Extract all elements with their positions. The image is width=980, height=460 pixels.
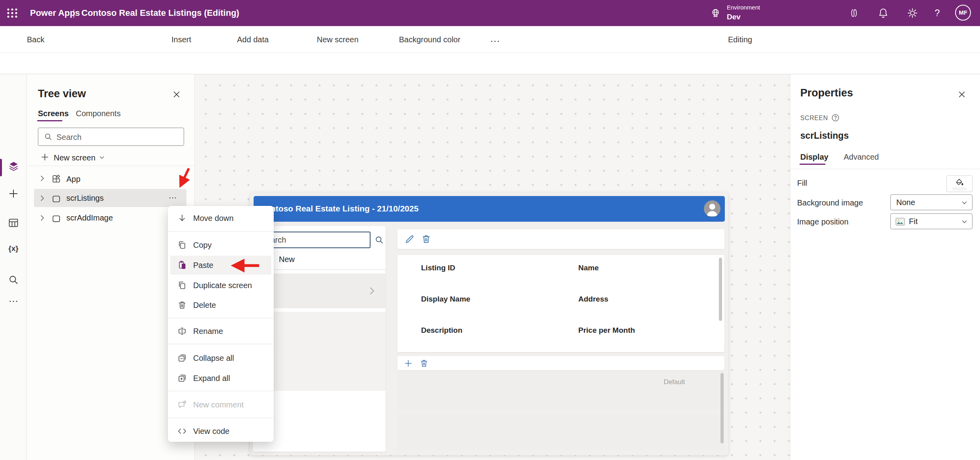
waffle-menu-icon[interactable] xyxy=(6,8,18,19)
app-form-toolbar xyxy=(397,229,724,249)
app-title: Contoso Real Estate Listings (Editing) xyxy=(81,0,239,26)
menu-item-expand-all[interactable]: Expand all xyxy=(168,369,274,388)
tab-display-underline xyxy=(799,164,826,165)
rename-icon xyxy=(177,326,187,336)
help-icon[interactable]: ? xyxy=(935,0,940,26)
menu-item-delete[interactable]: Delete xyxy=(168,296,274,315)
screen-node-icon xyxy=(51,214,61,224)
app-gallery-row[interactable] xyxy=(397,414,724,451)
editing-mode-label[interactable]: Editing xyxy=(728,26,752,53)
tab-advanced[interactable]: Advanced xyxy=(844,153,879,162)
tree-search-box[interactable] xyxy=(38,128,184,146)
app-gallery-trash-icon[interactable] xyxy=(419,359,429,368)
toolbar-more-button[interactable]: … xyxy=(490,26,500,51)
app-new-button[interactable]: New xyxy=(279,255,295,264)
notifications-bell-icon[interactable] xyxy=(878,8,889,19)
addimage-row-chevron-icon[interactable] xyxy=(40,215,44,221)
app-user-avatar-icon[interactable] xyxy=(704,200,720,217)
copilot-icon[interactable] xyxy=(848,8,860,19)
app-row-chevron-icon[interactable] xyxy=(40,175,44,181)
menu-item-collapse-all[interactable]: Collapse all xyxy=(168,349,274,368)
gallery-default-label: Default xyxy=(664,378,685,386)
new-comment-icon xyxy=(177,400,187,409)
add-data-button[interactable]: Add data xyxy=(237,26,269,53)
selected-screen-name: scrListings xyxy=(800,130,849,141)
background-image-dropdown[interactable]: None xyxy=(890,194,972,210)
properties-divider xyxy=(790,169,980,169)
avatar[interactable]: MF xyxy=(955,5,971,21)
properties-type-label: SCREEN xyxy=(800,115,828,122)
data-rail-icon[interactable] xyxy=(8,217,19,228)
background-image-label: Background image xyxy=(797,198,863,207)
app-gallery-toolbar xyxy=(397,356,724,370)
app-add-plus-icon[interactable] xyxy=(404,359,413,368)
menu-item-move-down[interactable]: Move down xyxy=(168,209,274,228)
background-color-button[interactable]: Background color xyxy=(399,26,461,53)
listings-row-chevron-icon[interactable] xyxy=(40,195,44,201)
search-rail-icon[interactable] xyxy=(8,274,19,285)
environment-label[interactable]: Environment xyxy=(727,4,760,11)
menu-item-rename[interactable]: Rename xyxy=(168,322,274,341)
more-rail-icon[interactable]: … xyxy=(0,292,27,305)
tree-item-app[interactable]: App xyxy=(66,175,81,184)
environment-name[interactable]: Dev xyxy=(727,13,741,21)
background-image-value: None xyxy=(896,198,915,207)
form-scrollbar[interactable] xyxy=(719,258,722,321)
menu-item-view-code[interactable]: View code xyxy=(168,422,274,441)
tab-screens[interactable]: Screens xyxy=(38,109,69,118)
image-position-thumbnail-icon xyxy=(895,218,905,226)
properties-close-icon[interactable] xyxy=(957,90,966,99)
app-list-item-chevron-icon[interactable] xyxy=(369,287,374,295)
tab-components[interactable]: Components xyxy=(76,109,120,118)
form-label: Name xyxy=(578,264,599,272)
tab-screens-underline xyxy=(37,120,62,121)
new-screen-button[interactable]: New screen xyxy=(317,26,359,53)
app-gallery-row[interactable]: Default xyxy=(397,372,724,409)
insert-button[interactable]: Insert xyxy=(171,26,191,53)
fill-current-swatch xyxy=(952,188,967,190)
title-divider: | xyxy=(73,0,75,26)
rail-active-indicator xyxy=(0,159,2,176)
paste-filled-icon xyxy=(177,260,187,270)
tree-new-screen-button[interactable]: New screen xyxy=(54,153,96,162)
tree-item-addimage[interactable]: scrAddImage xyxy=(66,213,113,222)
app-detail-form: Listing ID Name Display Name Address Des… xyxy=(397,255,724,352)
tree-view-close-icon[interactable] xyxy=(172,90,181,99)
delete-trash-icon xyxy=(177,300,187,310)
tree-view-rail-icon[interactable] xyxy=(8,160,19,172)
screen-help-icon[interactable] xyxy=(831,113,840,122)
menu-item-new-comment: New comment xyxy=(168,395,274,414)
view-code-icon xyxy=(177,426,187,436)
app-delete-trash-icon[interactable] xyxy=(421,234,431,244)
form-label: Display Name xyxy=(421,295,470,304)
app-search-box[interactable]: Search xyxy=(257,232,371,248)
tab-display[interactable]: Display xyxy=(800,153,828,162)
formula-bar: Fill = fx Color.White xyxy=(0,53,980,74)
environment-icon xyxy=(710,8,721,19)
variables-rail-icon[interactable]: {x} xyxy=(0,244,27,253)
copy-icon xyxy=(177,240,187,250)
fill-color-button[interactable] xyxy=(946,175,972,192)
menu-item-copy[interactable]: Copy xyxy=(168,236,274,255)
back-button[interactable]: Back xyxy=(27,26,44,53)
app-edit-pencil-icon[interactable] xyxy=(404,234,415,244)
app-screen-preview[interactable]: Contoso Real Estate Listing - 21/10/2025… xyxy=(250,192,728,455)
form-label: Price per Month xyxy=(578,326,635,335)
annotation-arrow-to-row-more xyxy=(169,166,194,196)
gallery-scrollbar[interactable] xyxy=(720,373,724,443)
tree-item-listings[interactable]: scrListings xyxy=(66,194,103,203)
image-position-dropdown[interactable]: Fit xyxy=(890,213,972,229)
tree-search-input[interactable] xyxy=(56,129,176,145)
settings-gear-icon[interactable] xyxy=(907,8,918,19)
top-app-bar: Power Apps | Contoso Real Estate Listing… xyxy=(0,0,980,26)
app-header-bar[interactable]: Contoso Real Estate Listing - 21/10/2025 xyxy=(254,196,725,222)
app-search-icon[interactable] xyxy=(374,235,384,245)
expand-all-icon xyxy=(177,373,187,383)
insert-rail-icon[interactable] xyxy=(8,188,19,199)
form-label: Listing ID xyxy=(421,264,455,272)
menu-item-duplicate-screen[interactable]: Duplicate screen xyxy=(168,276,274,295)
tree-new-screen-plus-icon[interactable] xyxy=(40,153,49,162)
duplicate-icon xyxy=(177,281,187,290)
tree-search-icon xyxy=(44,132,53,141)
tree-new-screen-chevron-icon[interactable] xyxy=(100,156,104,159)
